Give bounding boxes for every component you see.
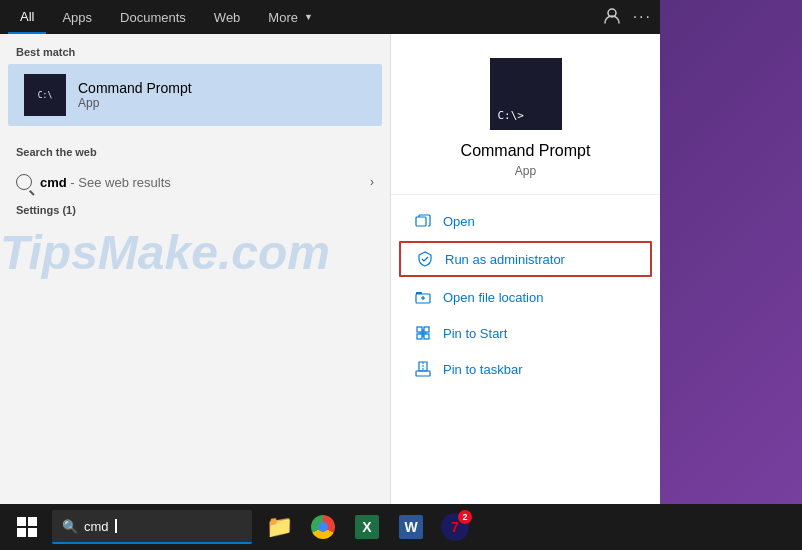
app-preview: Command Prompt App xyxy=(391,34,660,195)
open-label: Open xyxy=(443,214,475,229)
tab-more[interactable]: More ▼ xyxy=(256,0,325,34)
svg-rect-1 xyxy=(416,217,426,226)
cursor xyxy=(115,519,117,533)
taskbar-word[interactable]: W xyxy=(390,506,432,548)
app5-label: 7 xyxy=(451,519,459,535)
search-input-value: cmd xyxy=(84,519,109,534)
nav-right: ··· xyxy=(603,7,652,28)
excel-icon: X xyxy=(355,515,379,539)
cmd-icon-small xyxy=(24,74,66,116)
app-preview-type: App xyxy=(515,164,536,178)
chrome-icon xyxy=(311,515,335,539)
start-menu: All Apps Documents Web More ▼ xyxy=(0,0,660,504)
tab-documents[interactable]: Documents xyxy=(108,0,198,34)
watermark: TipsMake.com xyxy=(0,225,330,280)
open-file-location-label: Open file location xyxy=(443,290,543,305)
shield-icon xyxy=(417,251,433,267)
search-nav: All Apps Documents Web More ▼ xyxy=(0,0,660,34)
word-icon: W xyxy=(399,515,423,539)
web-search-suffix: - See web results xyxy=(67,175,171,190)
main-content: Best match Command Prompt App Search the… xyxy=(0,34,660,504)
settings-section: Settings (1) xyxy=(0,200,390,220)
action-pin-taskbar[interactable]: Pin to taskbar xyxy=(391,351,660,387)
ellipsis-icon[interactable]: ··· xyxy=(633,8,652,26)
action-open[interactable]: Open xyxy=(391,203,660,239)
taskbar-app5[interactable]: 7 2 xyxy=(434,506,476,548)
windows-logo-icon xyxy=(17,517,37,537)
file-location-icon xyxy=(415,289,431,305)
notification-badge: 2 xyxy=(458,510,472,524)
taskbar-search[interactable]: 🔍 cmd xyxy=(52,510,252,544)
search-icon-taskbar: 🔍 xyxy=(62,519,78,534)
pin-start-icon xyxy=(415,325,431,341)
action-run-as-admin[interactable]: Run as administrator xyxy=(399,241,652,277)
left-panel: Best match Command Prompt App Search the… xyxy=(0,34,390,504)
user-icon[interactable] xyxy=(603,7,621,28)
best-match-label: Best match xyxy=(0,34,390,64)
cmd-icon-large xyxy=(490,58,562,130)
file-explorer-icon: 📁 xyxy=(266,514,293,540)
tab-web[interactable]: Web xyxy=(202,0,253,34)
app-name: Command Prompt xyxy=(78,80,192,96)
tab-all[interactable]: All xyxy=(8,0,46,34)
web-search-query: cmd xyxy=(40,175,67,190)
svg-rect-8 xyxy=(417,334,422,339)
web-search-arrow: › xyxy=(370,175,374,189)
taskbar-apps: 📁 X W 7 2 xyxy=(258,506,476,548)
taskbar: 🔍 cmd 📁 X W 7 2 xyxy=(0,504,802,550)
search-web-label: Search the web xyxy=(0,134,390,164)
web-search-text: cmd - See web results xyxy=(40,175,171,190)
start-button[interactable] xyxy=(4,504,50,550)
taskbar-file-explorer[interactable]: 📁 xyxy=(258,506,300,548)
pin-taskbar-icon xyxy=(415,361,431,377)
app-type: App xyxy=(78,96,192,110)
run-as-admin-label: Run as administrator xyxy=(445,252,565,267)
taskbar-chrome[interactable] xyxy=(302,506,344,548)
action-pin-start[interactable]: Pin to Start xyxy=(391,315,660,351)
app-info: Command Prompt App xyxy=(78,80,192,110)
open-icon xyxy=(415,213,431,229)
svg-rect-10 xyxy=(416,371,430,376)
web-search-row[interactable]: cmd - See web results › xyxy=(16,174,374,190)
pin-taskbar-label: Pin to taskbar xyxy=(443,362,523,377)
actions-list: Open Run as administrator xyxy=(391,195,660,395)
web-search-section: cmd - See web results › xyxy=(0,164,390,200)
app-preview-name: Command Prompt xyxy=(461,142,591,160)
action-open-file-location[interactable]: Open file location xyxy=(391,279,660,315)
taskbar-excel[interactable]: X xyxy=(346,506,388,548)
svg-rect-9 xyxy=(424,334,429,339)
tab-apps[interactable]: Apps xyxy=(50,0,104,34)
settings-label: Settings (1) xyxy=(16,204,374,216)
pin-start-label: Pin to Start xyxy=(443,326,507,341)
svg-rect-7 xyxy=(424,327,429,332)
chevron-down-icon: ▼ xyxy=(304,12,313,22)
svg-rect-6 xyxy=(417,327,422,332)
best-match-item[interactable]: Command Prompt App xyxy=(8,64,382,126)
search-icon xyxy=(16,174,32,190)
desktop: All Apps Documents Web More ▼ xyxy=(0,0,802,550)
right-panel: Command Prompt App Open xyxy=(390,34,660,504)
